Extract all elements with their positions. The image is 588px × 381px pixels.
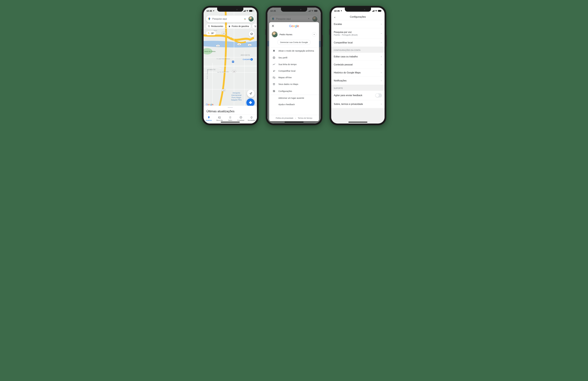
menu-help[interactable]: Ajuda e feedback bbox=[269, 101, 319, 108]
chevron-right-icon bbox=[380, 63, 382, 66]
directions-button[interactable] bbox=[246, 99, 254, 107]
settings-body[interactable]: Escalas Pesquisa por vozPadrão - Portugu… bbox=[331, 20, 385, 123]
avatar[interactable] bbox=[249, 16, 254, 21]
gear-icon bbox=[273, 90, 275, 93]
section-header-account: CONFIGURAÇÕES DA CONTA bbox=[331, 47, 385, 53]
svg-text:290: 290 bbox=[217, 45, 219, 47]
chip-restaurants[interactable]: Restaurantes bbox=[206, 24, 225, 29]
bookmark-icon bbox=[229, 116, 231, 119]
layers-button[interactable] bbox=[249, 31, 254, 37]
svg-text:M: M bbox=[232, 61, 233, 63]
bell-icon bbox=[250, 116, 253, 119]
svg-text:116: 116 bbox=[223, 33, 225, 34]
home-indicator[interactable] bbox=[285, 122, 304, 122]
row-notifications[interactable]: Notificações bbox=[331, 77, 385, 85]
shake-feedback-toggle[interactable] bbox=[375, 93, 382, 98]
menu-your-data[interactable]: Seus dados no Maps bbox=[269, 81, 319, 88]
microphone-icon[interactable] bbox=[243, 17, 247, 20]
signal-icon bbox=[243, 10, 246, 12]
status-time: 10:45 bbox=[207, 10, 212, 12]
chevron-right-icon bbox=[380, 23, 382, 25]
screen-settings: 10:45 Configurações Escalas Pesquisa por… bbox=[331, 8, 385, 123]
menu-settings[interactable]: Configurações bbox=[269, 88, 319, 95]
back-chevron-icon[interactable] bbox=[334, 16, 336, 19]
profile-row[interactable]: Pedro Nunes bbox=[269, 30, 319, 39]
svg-text:Arena do Grêmio: Arena do Grêmio bbox=[205, 51, 216, 52]
search-bar[interactable]: Pesquise aqui bbox=[206, 16, 254, 22]
row-voice-search[interactable]: Pesquisa por vozPadrão - Português (Bras… bbox=[331, 28, 385, 39]
grab-handle[interactable] bbox=[228, 107, 233, 108]
search-placeholder: Pesquise aqui bbox=[212, 18, 241, 20]
tab-updates[interactable]: Novidades bbox=[246, 115, 257, 123]
bottom-sheet[interactable]: Últimas atualizações Explorar Dia a dia … bbox=[204, 106, 257, 123]
location-arrow-icon bbox=[340, 10, 342, 12]
svg-point-58 bbox=[273, 57, 274, 58]
row-maps-history[interactable]: Histórico do Google Maps bbox=[331, 69, 385, 77]
cloud-off-icon bbox=[273, 76, 275, 79]
row-personal-content[interactable]: Conteúdo pessoal bbox=[331, 61, 385, 69]
menu-list: Ativar o modo de navegação anônima Seu p… bbox=[269, 47, 319, 115]
svg-rect-50 bbox=[317, 10, 318, 11]
expand-accounts-button[interactable] bbox=[312, 32, 316, 37]
manage-account-button[interactable]: Gerenciar sua Conta do Google bbox=[277, 40, 311, 45]
phone-frame-3: 10:45 Configurações Escalas Pesquisa por… bbox=[330, 6, 386, 125]
sheet-title: Últimas atualizações bbox=[204, 110, 257, 115]
chevron-right-icon bbox=[380, 41, 382, 44]
screen-account-sheet: 10:45 Pesquise aqui Google Pedro Nunes bbox=[267, 8, 321, 123]
page-title: Configurações bbox=[350, 16, 366, 18]
svg-rect-4 bbox=[204, 72, 257, 73]
cart-icon bbox=[254, 25, 256, 27]
signal-icon bbox=[372, 10, 374, 12]
sheet-header: Google bbox=[269, 22, 319, 30]
svg-rect-37 bbox=[249, 10, 252, 12]
svg-text:Aeroporto: Aeroporto bbox=[232, 92, 240, 94]
signal-icon bbox=[308, 10, 311, 12]
chip-supermarket[interactable]: Su bbox=[252, 24, 257, 29]
tab-explore[interactable]: Explorar bbox=[204, 115, 214, 123]
menu-offline[interactable]: Mapas off-line bbox=[269, 74, 319, 81]
svg-point-45 bbox=[209, 117, 209, 117]
svg-text:290: 290 bbox=[249, 44, 251, 46]
link-tos[interactable]: Termos de Serviço bbox=[298, 117, 312, 119]
svg-rect-63 bbox=[378, 10, 381, 12]
pin-icon bbox=[208, 116, 210, 119]
svg-point-17 bbox=[251, 58, 253, 60]
location-arrow-icon bbox=[249, 92, 252, 95]
buildings-icon bbox=[218, 116, 221, 119]
chip-gas[interactable]: Postos de gasolina bbox=[227, 24, 251, 29]
settings-section-account: Editar casa ou trabalho Conteúdo pessoal… bbox=[331, 53, 385, 85]
locate-button[interactable] bbox=[247, 90, 254, 97]
menu-share-location[interactable]: Compartilhar local bbox=[269, 68, 319, 74]
wifi-icon bbox=[246, 10, 249, 12]
row-edit-home-work[interactable]: Editar casa ou trabalho bbox=[331, 53, 385, 61]
svg-point-41 bbox=[255, 27, 255, 27]
timeline-icon bbox=[273, 63, 275, 65]
menu-incognito[interactable]: Ativar o modo de navegação anônima bbox=[269, 47, 319, 54]
row-share-location[interactable]: Compartilhar local bbox=[331, 39, 385, 47]
menu-add-missing[interactable]: Adicionar um lugar ausente bbox=[269, 95, 319, 101]
svg-text:290: 290 bbox=[238, 44, 240, 45]
svg-text:ANCHIETA: ANCHIETA bbox=[241, 54, 250, 56]
screen-map: R. Boa Saúde R. Iraí Mauá Arena do Grêmi… bbox=[204, 8, 257, 123]
menu-timeline[interactable]: Sua linha do tempo bbox=[269, 61, 319, 68]
row-about[interactable]: Sobre, termos e privacidade bbox=[331, 100, 385, 108]
google-maps-pin-icon bbox=[208, 17, 211, 20]
row-scales[interactable]: Escalas bbox=[331, 20, 385, 28]
home-indicator[interactable] bbox=[348, 122, 367, 122]
close-icon[interactable] bbox=[271, 24, 275, 28]
weather-chip[interactable]: 26° bbox=[206, 31, 216, 35]
profile-name: Pedro Nunes bbox=[280, 33, 310, 36]
link-privacy[interactable]: Política de privacidade bbox=[276, 117, 293, 119]
account-sheet: Google Pedro Nunes Gerenciar sua Conta d… bbox=[269, 22, 319, 121]
svg-point-59 bbox=[273, 70, 274, 71]
chevron-down-icon bbox=[313, 33, 315, 35]
chip-row[interactable]: Restaurantes Postos de gasolina Su bbox=[206, 24, 257, 29]
battery-icon bbox=[249, 10, 253, 12]
svg-text:Salgado Filho: Salgado Filho bbox=[231, 99, 242, 101]
menu-profile[interactable]: Seu perfil bbox=[269, 54, 319, 61]
settings-section-support: Agitar para enviar feedback Sobre, termo… bbox=[331, 91, 385, 108]
home-indicator[interactable] bbox=[221, 122, 240, 122]
wifi-icon bbox=[311, 10, 314, 12]
row-shake-feedback[interactable]: Agitar para enviar feedback bbox=[331, 91, 385, 100]
person-circle-icon bbox=[273, 56, 275, 59]
